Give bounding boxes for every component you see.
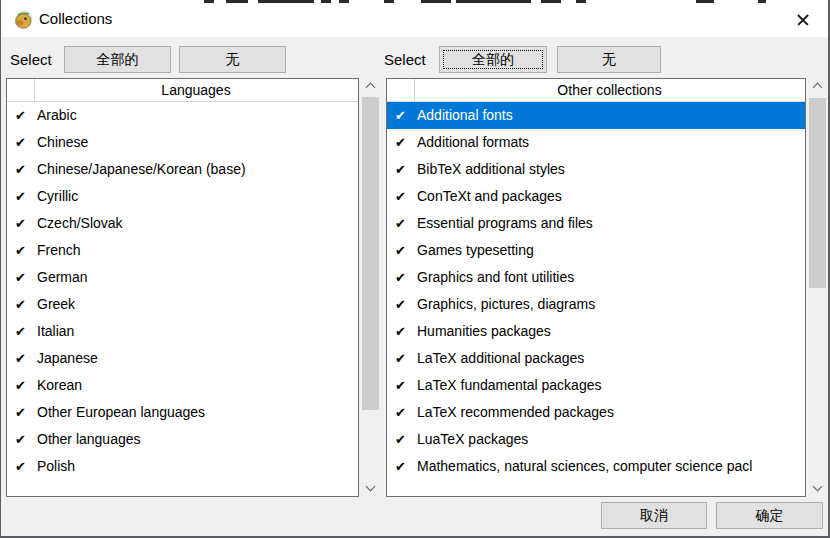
list-item-label: LaTeX additional packages <box>417 345 805 372</box>
collections-header-label: Other collections <box>387 79 805 101</box>
list-item-label: French <box>37 237 358 264</box>
checkmark-icon: ✔ <box>15 426 35 453</box>
list-row[interactable]: ✔Korean <box>7 372 358 399</box>
list-item-label: Arabic <box>37 102 358 129</box>
list-row[interactable]: ✔Mathematics, natural sciences, computer… <box>387 453 805 480</box>
collections-scrollbar[interactable] <box>809 78 826 497</box>
list-row[interactable]: ✔Other European languages <box>7 399 358 426</box>
list-row[interactable]: ✔Polish <box>7 453 358 480</box>
list-item-label: LaTeX recommended packages <box>417 399 805 426</box>
checkmark-icon: ✔ <box>15 372 35 399</box>
list-item-label: Czech/Slovak <box>37 210 358 237</box>
window-title: Collections <box>39 3 112 37</box>
list-row[interactable]: ✔BibTeX additional styles <box>387 156 805 183</box>
checkmark-icon: ✔ <box>395 345 415 372</box>
list-item-label: Greek <box>37 291 358 318</box>
checkmark-icon: ✔ <box>15 183 35 210</box>
scroll-up-icon[interactable] <box>362 78 379 95</box>
list-row[interactable]: ✔Japanese <box>7 345 358 372</box>
list-row[interactable]: ✔Graphics and font utilities <box>387 264 805 291</box>
select-none-button-left[interactable]: 无 <box>179 46 286 73</box>
column-divider <box>34 79 35 101</box>
list-row[interactable]: ✔Humanities packages <box>387 318 805 345</box>
languages-list: Languages ✔Arabic✔Chinese✔Chinese/Japane… <box>6 78 359 497</box>
languages-scrollbar[interactable] <box>362 78 379 497</box>
list-item-label: Graphics and font utilities <box>417 264 805 291</box>
collections-rows: ✔Additional fonts✔Additional formats✔Bib… <box>387 102 805 496</box>
list-item-label: Korean <box>37 372 358 399</box>
checkmark-icon: ✔ <box>395 237 415 264</box>
scroll-down-icon[interactable] <box>809 480 826 497</box>
list-item-label: Other languages <box>37 426 358 453</box>
checkmark-icon: ✔ <box>395 210 415 237</box>
checkmark-icon: ✔ <box>15 210 35 237</box>
list-row[interactable]: ✔LaTeX fundamental packages <box>387 372 805 399</box>
checkmark-icon: ✔ <box>395 426 415 453</box>
list-item-label: Chinese <box>37 129 358 156</box>
list-row[interactable]: ✔Graphics, pictures, diagrams <box>387 291 805 318</box>
list-item-label: Cyrillic <box>37 183 358 210</box>
list-row[interactable]: ✔Other languages <box>7 426 358 453</box>
ok-button[interactable]: 确定 <box>716 502 823 529</box>
list-row[interactable]: ✔Chinese <box>7 129 358 156</box>
list-row[interactable]: ✔Cyrillic <box>7 183 358 210</box>
list-row[interactable]: ✔Additional fonts <box>387 102 805 129</box>
list-item-label: Additional fonts <box>417 102 805 129</box>
checkmark-icon: ✔ <box>15 345 35 372</box>
list-row[interactable]: ✔Arabic <box>7 102 358 129</box>
close-button[interactable] <box>790 7 816 33</box>
list-row[interactable]: ✔ConTeXt and packages <box>387 183 805 210</box>
select-none-button-right[interactable]: 无 <box>557 46 661 73</box>
checkmark-icon: ✔ <box>395 291 415 318</box>
checkmark-icon: ✔ <box>15 318 35 345</box>
checkmark-icon: ✔ <box>395 102 415 129</box>
list-item-label: BibTeX additional styles <box>417 156 805 183</box>
list-item-label: Italian <box>37 318 358 345</box>
list-row[interactable]: ✔Games typesetting <box>387 237 805 264</box>
checkmark-icon: ✔ <box>15 102 35 129</box>
scroll-down-icon[interactable] <box>362 480 379 497</box>
list-item-label: Additional formats <box>417 129 805 156</box>
cancel-button[interactable]: 取消 <box>601 502 707 529</box>
select-all-button-right[interactable]: 全部的 <box>439 46 547 73</box>
list-item-label: Mathematics, natural sciences, computer … <box>417 453 805 480</box>
titlebar: Collections <box>1 3 828 37</box>
list-item-label: LaTeX fundamental packages <box>417 372 805 399</box>
checkmark-icon: ✔ <box>395 372 415 399</box>
checkmark-icon: ✔ <box>15 264 35 291</box>
collections-list: Other collections ✔Additional fonts✔Addi… <box>386 78 806 497</box>
checkmark-icon: ✔ <box>395 156 415 183</box>
list-item-label: ConTeXt and packages <box>417 183 805 210</box>
list-item-label: LuaTeX packages <box>417 426 805 453</box>
scrollbar-thumb[interactable] <box>362 97 379 410</box>
list-item-label: Graphics, pictures, diagrams <box>417 291 805 318</box>
select-all-button-left[interactable]: 全部的 <box>64 46 171 73</box>
list-row[interactable]: ✔Czech/Slovak <box>7 210 358 237</box>
languages-list-header[interactable]: Languages <box>7 79 358 102</box>
checkmark-icon: ✔ <box>15 453 35 480</box>
checkmark-icon: ✔ <box>395 183 415 210</box>
scrollbar-thumb[interactable] <box>809 98 826 288</box>
checkmark-icon: ✔ <box>15 156 35 183</box>
collections-dialog: Collections Select 全部的 无 Select 全部的 无 La… <box>0 0 830 538</box>
select-label-left: Select <box>10 46 52 73</box>
list-item-label: Polish <box>37 453 358 480</box>
list-item-label: Japanese <box>37 345 358 372</box>
scroll-up-icon[interactable] <box>809 78 826 95</box>
list-item-label: Other European languages <box>37 399 358 426</box>
list-row[interactable]: ✔Additional formats <box>387 129 805 156</box>
list-row[interactable]: ✔Greek <box>7 291 358 318</box>
languages-rows: ✔Arabic✔Chinese✔Chinese/Japanese/Korean … <box>7 102 358 496</box>
list-row[interactable]: ✔Chinese/Japanese/Korean (base) <box>7 156 358 183</box>
list-row[interactable]: ✔LuaTeX packages <box>387 426 805 453</box>
list-row[interactable]: ✔French <box>7 237 358 264</box>
checkmark-icon: ✔ <box>15 237 35 264</box>
collections-list-header[interactable]: Other collections <box>387 79 805 102</box>
list-row[interactable]: ✔German <box>7 264 358 291</box>
list-row[interactable]: ✔LaTeX additional packages <box>387 345 805 372</box>
list-row[interactable]: ✔Italian <box>7 318 358 345</box>
list-item-label: Humanities packages <box>417 318 805 345</box>
list-row[interactable]: ✔Essential programs and files <box>387 210 805 237</box>
checkmark-icon: ✔ <box>395 318 415 345</box>
list-row[interactable]: ✔LaTeX recommended packages <box>387 399 805 426</box>
